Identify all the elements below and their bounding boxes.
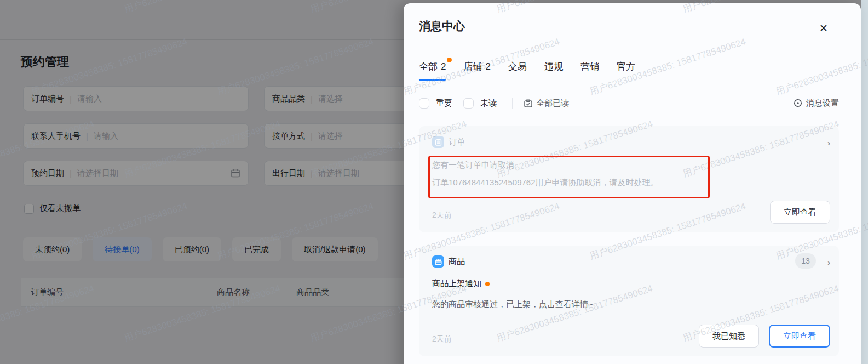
important-label: 重要 bbox=[436, 98, 452, 109]
message-title-text: 商品上架通知 bbox=[432, 278, 481, 289]
tab-all[interactable]: 全部2 bbox=[419, 60, 446, 81]
tab-label: 交易 bbox=[508, 61, 527, 72]
tab-count: 2 bbox=[485, 61, 490, 72]
mark-all-read-label: 全部已读 bbox=[536, 98, 569, 109]
notification-dot bbox=[447, 58, 452, 62]
tab-label: 店铺 bbox=[463, 61, 482, 72]
message-title: 商品上架通知 bbox=[432, 278, 490, 289]
gear-icon bbox=[793, 98, 803, 108]
unread-label: 未读 bbox=[480, 98, 497, 109]
unread-dot bbox=[485, 282, 490, 286]
view-now-button[interactable]: 立即查看 bbox=[769, 325, 830, 348]
category-label: 商品 bbox=[449, 257, 465, 267]
message-tabs: 全部2 店铺2 交易 违规 营销 官方 bbox=[419, 60, 635, 81]
divider bbox=[512, 98, 513, 109]
chevron-right-icon[interactable]: › bbox=[827, 258, 830, 267]
important-checkbox[interactable] bbox=[419, 98, 429, 109]
message-filter-bar: 重要 未读 全部已读 消息设置 bbox=[419, 98, 839, 109]
view-now-button[interactable]: 立即查看 bbox=[770, 201, 830, 224]
tab-label: 违规 bbox=[544, 61, 563, 72]
product-gift-icon bbox=[432, 255, 444, 268]
order-clipboard-icon bbox=[432, 136, 444, 148]
message-center-drawer: 消息中心 ✕ 全部2 店铺2 交易 违规 营销 官方 重要 未读 全部已读 消息… bbox=[404, 3, 861, 364]
tab-count: 2 bbox=[441, 61, 446, 72]
message-title: 您有一笔订单申请取消 bbox=[432, 160, 514, 170]
tab-shop[interactable]: 店铺2 bbox=[463, 60, 490, 81]
tab-label: 官方 bbox=[617, 61, 635, 72]
message-time: 2天前 bbox=[432, 211, 452, 220]
card-header: 订单 bbox=[432, 136, 465, 148]
tab-official[interactable]: 官方 bbox=[617, 60, 635, 81]
message-content: 您的商品审核通过，已上架，点击查看详情~ bbox=[432, 299, 593, 310]
background-right-strip bbox=[861, 0, 868, 364]
close-icon[interactable]: ✕ bbox=[819, 22, 828, 35]
unread-count-badge: 13 bbox=[795, 253, 816, 269]
drawer-title: 消息中心 bbox=[419, 19, 465, 34]
mark-read-icon bbox=[524, 99, 533, 108]
tab-label: 全部 bbox=[419, 61, 438, 72]
tab-trade[interactable]: 交易 bbox=[508, 60, 527, 81]
chevron-right-icon[interactable]: › bbox=[827, 138, 830, 147]
acknowledge-button[interactable]: 我已知悉 bbox=[699, 325, 759, 348]
unread-checkbox[interactable] bbox=[463, 98, 474, 109]
message-card-order[interactable]: 订单 › 您有一笔订单申请取消 订单1076484413524509762用户申… bbox=[419, 126, 839, 232]
tab-violation[interactable]: 违规 bbox=[544, 60, 563, 81]
message-time: 2天前 bbox=[432, 334, 452, 344]
category-label: 订单 bbox=[449, 137, 465, 147]
message-settings-label: 消息设置 bbox=[806, 98, 839, 109]
card-header: 商品 bbox=[432, 255, 465, 268]
message-content: 订单1076484413524509762用户申请协助取消，请及时处理。 bbox=[432, 178, 659, 188]
tab-label: 营销 bbox=[580, 61, 599, 72]
message-card-product[interactable]: 商品 13 › 商品上架通知 您的商品审核通过，已上架，点击查看详情~ 2天前 … bbox=[419, 246, 839, 356]
mark-all-read-button[interactable]: 全部已读 bbox=[524, 98, 569, 109]
message-settings-button[interactable]: 消息设置 bbox=[793, 98, 839, 109]
tab-marketing[interactable]: 营销 bbox=[580, 60, 599, 81]
